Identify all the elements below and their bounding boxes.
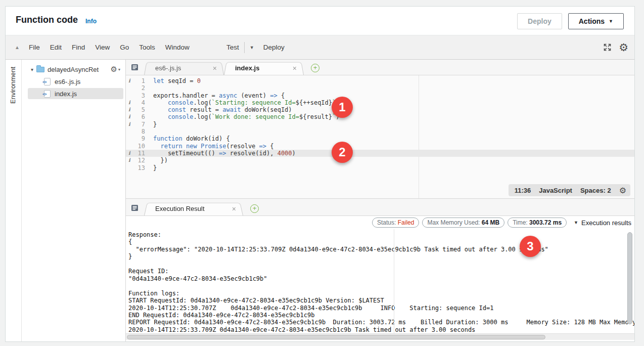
- output-line-7: "0d4a1340-e9ce-47c2-8034-e35ec9cb1c9b": [128, 275, 634, 282]
- indent-setting[interactable]: Spaces: 2: [580, 187, 611, 194]
- fullscreen-icon[interactable]: [603, 43, 612, 52]
- horizontal-scrollbar[interactable]: [126, 333, 634, 340]
- line-number: 11: [133, 150, 145, 157]
- output-line-3: "errorMessage": "2020-10-14T12:25:33.709…: [128, 246, 634, 253]
- gutter-spacer: [126, 143, 133, 150]
- code-line-4[interactable]: i4 console.log(`Starting: sequence Id=${…: [126, 99, 634, 106]
- deploy-button-label: Deploy: [528, 17, 551, 25]
- menu-item-view[interactable]: View: [95, 44, 110, 51]
- status-gear-icon[interactable]: ⚙: [619, 186, 626, 195]
- gutter-cell: 2: [126, 84, 149, 92]
- code-lines: i1let seqId = 023exports.handler = async…: [126, 77, 634, 171]
- menu-item-edit[interactable]: Edit: [50, 44, 62, 51]
- editor-tab-index.js[interactable]: index.js×: [224, 61, 304, 75]
- gutter-cell: i7: [126, 121, 149, 128]
- code-line-7[interactable]: i7}: [126, 121, 634, 128]
- gutter-cell: i11: [126, 150, 149, 157]
- tab-list-icon[interactable]: [131, 64, 139, 71]
- tree-file-index.js[interactable]: index.js: [28, 88, 123, 99]
- gutter-cell: 10: [126, 143, 149, 150]
- status-badge-status: Status: Failed: [372, 218, 419, 228]
- gutter-cell: i5: [126, 106, 149, 113]
- horizontal-scrollbar-thumb[interactable]: [127, 335, 545, 339]
- new-tab-icon[interactable]: +: [311, 64, 319, 72]
- code-editor[interactable]: i1let seqId = 023exports.handler = async…: [126, 75, 634, 199]
- annotation-marker-3: 3: [520, 236, 541, 257]
- code-line-10[interactable]: 10 return new Promise(resolve => {: [126, 143, 634, 150]
- divider: [244, 42, 245, 53]
- code-line-8[interactable]: 8: [126, 128, 634, 135]
- line-number: 13: [133, 164, 145, 171]
- test-dropdown-icon[interactable]: ▼: [250, 45, 254, 50]
- tab-close-icon[interactable]: ×: [225, 205, 236, 212]
- execution-output[interactable]: Response:{ "errorMessage": "2020-10-14T1…: [126, 229, 634, 333]
- tree-settings[interactable]: ⚙ ▾: [111, 65, 125, 74]
- tree-file-es6-.js.js[interactable]: es6-.js.js: [28, 76, 123, 87]
- code-line-12[interactable]: i12 }): [126, 157, 634, 164]
- info-annotation-icon: i: [126, 157, 133, 164]
- line-number: 8: [133, 128, 145, 135]
- code-line-11[interactable]: i11 setTimeout(() => resolve(id), 4000): [126, 150, 634, 157]
- menu-item-find[interactable]: Find: [72, 44, 85, 51]
- menu-item-tools[interactable]: Tools: [139, 44, 155, 51]
- menu-item-file[interactable]: File: [29, 44, 40, 51]
- output-lines: Response:{ "errorMessage": "2020-10-14T1…: [128, 231, 634, 333]
- code-text: }): [153, 157, 168, 164]
- execution-result-tab[interactable]: Execution Result ×: [144, 202, 243, 215]
- code-line-3[interactable]: 3exports.handler = async (event) => {: [126, 92, 634, 99]
- info-annotation-icon: i: [126, 99, 133, 106]
- file-tree: ▾ delayedAsyncReturn ⚙ ▾ es6-.js.jsindex…: [22, 60, 126, 341]
- annotation-marker-2: 2: [332, 142, 353, 163]
- info-link[interactable]: Info: [85, 18, 97, 25]
- line-number: 7: [133, 121, 145, 128]
- code-line-6[interactable]: i6 console.log(`Work done: sequence Id=$…: [126, 113, 634, 120]
- tab-close-icon[interactable]: ×: [206, 65, 217, 72]
- folder-expand-icon[interactable]: ▾: [31, 67, 33, 72]
- language-mode[interactable]: JavaScript: [539, 187, 572, 194]
- cursor-position[interactable]: 11:36: [515, 187, 531, 194]
- code-line-9[interactable]: 9function doWork(id) {: [126, 135, 634, 142]
- execution-results-caret-icon: ▼: [574, 220, 578, 225]
- gutter-cell: 9: [126, 135, 149, 142]
- execution-badges-row: Status: FailedMax Memory Used: 64 MBTime…: [126, 216, 634, 229]
- execution-results-toggle[interactable]: ▼ Execution results: [574, 219, 631, 227]
- menu-item-go[interactable]: Go: [120, 44, 129, 51]
- info-annotation-icon: i: [126, 113, 133, 120]
- actions-button-label: Actions: [579, 17, 605, 25]
- menu-deploy-item[interactable]: Deploy: [263, 44, 285, 51]
- results-tab-list-icon[interactable]: [131, 204, 139, 211]
- tree-folder-row[interactable]: ▾ delayedAsyncReturn ⚙ ▾: [22, 64, 125, 75]
- code-line-2[interactable]: 2: [126, 84, 634, 92]
- editor-tab-bar: es6-.js.js×index.js× +: [126, 60, 634, 75]
- line-number: 2: [133, 84, 145, 92]
- results-tab-bar: Execution Result × +: [126, 199, 634, 216]
- collapse-panel-icon[interactable]: ▲: [15, 45, 20, 50]
- output-line-8: [128, 282, 634, 289]
- vertical-scrollbar[interactable]: [627, 231, 633, 333]
- code-line-13[interactable]: 13}: [126, 164, 634, 171]
- output-line-2: {: [128, 238, 634, 245]
- new-results-tab-icon[interactable]: +: [250, 204, 259, 213]
- code-line-5[interactable]: i5 const result = await doWork(seqId): [126, 106, 634, 113]
- info-annotation-icon: i: [126, 106, 133, 113]
- line-number: 1: [133, 77, 145, 84]
- line-number: 10: [133, 143, 145, 150]
- line-number: 12: [133, 157, 145, 164]
- menu-item-window[interactable]: Window: [165, 44, 190, 51]
- code-line-1[interactable]: i1let seqId = 0: [126, 77, 634, 84]
- output-line-11: 2020-10-14T12:25:30.707Z 0d4a1340-e9ce-4…: [128, 305, 634, 312]
- output-line-1: Response:: [128, 231, 634, 238]
- environment-label: Environment: [9, 67, 17, 104]
- ide-settings-gear-icon[interactable]: ⚙: [619, 41, 628, 54]
- editor-tabs: es6-.js.js×index.js×: [144, 61, 304, 75]
- environment-strip[interactable]: Environment: [6, 60, 22, 341]
- actions-button[interactable]: Actions ▼: [568, 13, 624, 29]
- code-text: console.log(`Work done: sequence Id=${re…: [153, 113, 340, 120]
- vertical-scrollbar-thumb[interactable]: [627, 232, 632, 324]
- badge-label: Status:: [377, 219, 396, 226]
- deploy-button[interactable]: Deploy: [517, 13, 562, 29]
- test-button[interactable]: Test: [226, 44, 239, 51]
- menu-items: FileEditFindViewGoToolsWindow: [29, 35, 190, 59]
- editor-tab-es6-.js.js[interactable]: es6-.js.js×: [144, 61, 224, 75]
- tab-close-icon[interactable]: ×: [286, 65, 297, 72]
